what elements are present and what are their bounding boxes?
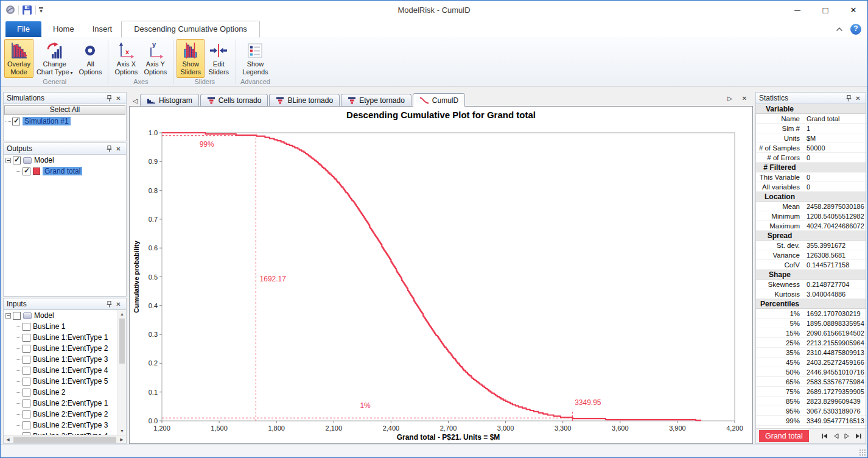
- tree-item-label[interactable]: Simulation #1: [23, 117, 71, 125]
- close-panel-icon[interactable]: [114, 146, 123, 152]
- scrollbar-thumb[interactable]: [13, 437, 116, 443]
- scrollbar-thumb[interactable]: [119, 319, 125, 364]
- tree-item-label[interactable]: BusLine 1: [33, 322, 65, 331]
- tree-item-input[interactable]: BusLine 2:EventType 4: [4, 431, 117, 435]
- tree-item-label[interactable]: BusLine 2:EventType 1: [33, 399, 108, 407]
- tree-item-input[interactable]: BusLine 2:EventType 2: [4, 409, 117, 420]
- close-panel-icon[interactable]: [114, 301, 123, 308]
- tree-item-input[interactable]: BusLine 2:EventType 1: [4, 398, 117, 409]
- pin-icon[interactable]: [844, 95, 853, 102]
- close-chart-tab-icon[interactable]: [740, 93, 749, 104]
- last-variable-icon[interactable]: [855, 433, 861, 439]
- tree-item-input[interactable]: BusLine 1:EventType 5: [4, 376, 117, 387]
- tree-item-label[interactable]: BusLine 2: [33, 388, 65, 396]
- collapse-expander-icon[interactable]: [5, 313, 11, 319]
- x-tick-label: 2,100: [326, 425, 343, 432]
- grand-total-checkbox[interactable]: [23, 167, 30, 175]
- tree-item-model[interactable]: Model: [4, 310, 117, 321]
- save-button[interactable]: [22, 5, 32, 15]
- scroll-left-icon[interactable]: [4, 435, 12, 443]
- model-checkbox[interactable]: [13, 157, 21, 164]
- titlebar: ModelRisk - CumulD: [1, 1, 867, 19]
- pin-icon[interactable]: [105, 146, 114, 152]
- edit-sliders-button[interactable]: Edit Sliders: [205, 39, 233, 78]
- input-checkbox[interactable]: [23, 400, 30, 407]
- simulation-checkbox[interactable]: [12, 118, 20, 125]
- minimize-button[interactable]: [783, 1, 811, 19]
- vertical-scrollbar[interactable]: [117, 310, 126, 435]
- qat-customize-icon[interactable]: [39, 7, 43, 12]
- tree-item-label[interactable]: BusLine 1:EventType 4: [33, 366, 108, 375]
- tab-bline-tornado[interactable]: BLine tornado: [269, 94, 340, 106]
- close-panel-icon[interactable]: [853, 95, 863, 102]
- input-checkbox[interactable]: [23, 421, 30, 429]
- axis-y-options-button[interactable]: y Axis Y Options: [141, 39, 170, 78]
- input-checkbox[interactable]: [23, 334, 30, 342]
- input-checkbox[interactable]: [23, 410, 30, 418]
- tab-insert[interactable]: Insert: [83, 21, 122, 37]
- resize-grip[interactable]: [858, 448, 866, 456]
- tree-item-label[interactable]: BusLine 1:EventType 1: [33, 333, 108, 342]
- close-button[interactable]: [839, 1, 867, 19]
- tree-item-label[interactable]: Model: [34, 156, 54, 164]
- model-checkbox[interactable]: [13, 312, 21, 320]
- tree-item-model[interactable]: Model: [4, 155, 126, 166]
- input-checkbox[interactable]: [23, 367, 30, 375]
- previous-variable-icon[interactable]: [833, 433, 839, 439]
- overlay-mode-button[interactable]: Overlay Mode: [4, 39, 33, 78]
- tree-item-label[interactable]: BusLine 2:EventType 3: [33, 421, 108, 429]
- scroll-down-icon[interactable]: [118, 427, 126, 435]
- show-sliders-button[interactable]: Show Sliders: [177, 39, 205, 78]
- tab-descending-cumulative-options[interactable]: Descending Cumulative Options: [121, 21, 260, 38]
- tab-cells-tornado[interactable]: Cells tornado: [200, 94, 268, 106]
- collapse-ribbon-icon[interactable]: [836, 27, 843, 32]
- scroll-up-icon[interactable]: [118, 310, 126, 318]
- close-panel-icon[interactable]: [114, 95, 123, 102]
- tree-item-input[interactable]: BusLine 1:EventType 4: [4, 365, 117, 376]
- collapse-expander-icon[interactable]: [5, 158, 11, 163]
- input-checkbox[interactable]: [23, 356, 30, 364]
- tree-item-label[interactable]: Model: [34, 311, 54, 320]
- change-chart-type-button[interactable]: Change Chart Type: [33, 39, 76, 78]
- tree-item-simulation[interactable]: Simulation #1: [4, 116, 126, 127]
- tab-home[interactable]: Home: [44, 21, 83, 37]
- tab-scroll-right-icon[interactable]: [725, 93, 735, 104]
- tab-cumuld[interactable]: CumulD: [413, 93, 465, 107]
- tree-item-input[interactable]: BusLine 1:EventType 2: [4, 343, 117, 354]
- tab-file[interactable]: File: [5, 21, 41, 37]
- input-checkbox[interactable]: [23, 389, 30, 396]
- tree-item-input[interactable]: BusLine 1:EventType 1: [4, 332, 117, 343]
- input-checkbox[interactable]: [23, 323, 30, 331]
- all-options-button[interactable]: All Options: [76, 39, 105, 78]
- stats-value: 2583.53576775984: [803, 378, 866, 386]
- axis-x-options-button[interactable]: x Axis X Options: [111, 39, 141, 78]
- tree-item-input[interactable]: BusLine 1:EventType 3: [4, 354, 117, 365]
- grand-total-tab[interactable]: Grand total: [759, 430, 809, 442]
- tree-item-input[interactable]: BusLine 1: [4, 321, 117, 332]
- pin-icon[interactable]: [105, 95, 114, 102]
- tree-item-label[interactable]: Grand total: [43, 167, 82, 175]
- tree-item-label[interactable]: BusLine 1:EventType 5: [33, 377, 108, 386]
- pin-icon[interactable]: [105, 301, 114, 308]
- tab-histogram[interactable]: Histogram: [140, 94, 199, 106]
- select-all-button[interactable]: Select All: [4, 105, 125, 115]
- help-button[interactable]: [850, 24, 861, 35]
- tree-item-grand-total[interactable]: Grand total: [4, 166, 126, 177]
- tree-item-input[interactable]: BusLine 2: [4, 387, 117, 398]
- scroll-right-icon[interactable]: [117, 435, 126, 443]
- tree-item-label[interactable]: BusLine 1:EventType 3: [33, 355, 108, 364]
- app-icon[interactable]: [5, 5, 15, 15]
- show-legends-button[interactable]: Show Legends: [239, 39, 271, 78]
- input-checkbox[interactable]: [23, 432, 30, 435]
- tree-item-label[interactable]: BusLine 1:EventType 2: [33, 344, 108, 353]
- horizontal-scrollbar[interactable]: [4, 435, 126, 443]
- first-variable-icon[interactable]: [822, 433, 828, 439]
- tree-item-input[interactable]: BusLine 2:EventType 3: [4, 420, 117, 431]
- input-checkbox[interactable]: [23, 345, 30, 353]
- next-variable-icon[interactable]: [844, 433, 850, 439]
- tab-etype-tornado[interactable]: Etype tornado: [341, 94, 411, 106]
- maximize-button[interactable]: [811, 1, 839, 19]
- input-checkbox[interactable]: [23, 378, 30, 386]
- tab-scroll-left-icon[interactable]: [130, 95, 140, 106]
- tree-item-label[interactable]: BusLine 2:EventType 2: [33, 410, 108, 418]
